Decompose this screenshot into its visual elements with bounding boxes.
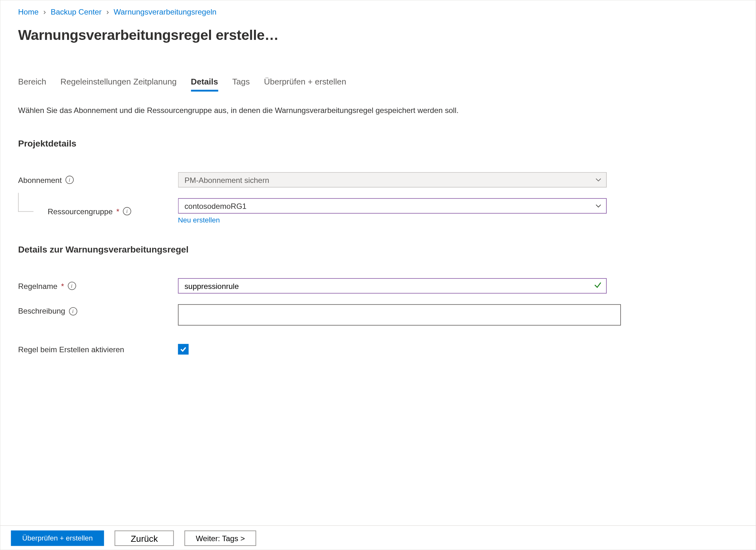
subscription-dropdown[interactable]: PM-Abonnement sichern xyxy=(178,172,607,188)
review-create-button[interactable]: Überprüfen + erstellen xyxy=(11,530,104,546)
rule-name-label: Regelname * i xyxy=(18,281,178,290)
rule-name-input[interactable] xyxy=(178,278,607,294)
resource-group-dropdown[interactable]: contosodemoRG1 xyxy=(178,198,607,213)
footer: Überprüfen + erstellen Zurück Weiter: Ta… xyxy=(0,525,756,550)
breadcrumb-backup-center[interactable]: Backup Center xyxy=(51,7,102,16)
description-input[interactable] xyxy=(178,304,621,325)
chevron-down-icon xyxy=(595,178,601,182)
breadcrumb-home[interactable]: Home xyxy=(18,7,39,16)
resource-group-label: Ressourcengruppe * i xyxy=(18,207,178,215)
enable-on-create-label: Regel beim Erstellen aktivieren xyxy=(18,345,178,354)
intro-text: Wählen Sie das Abonnement und die Ressou… xyxy=(18,106,739,114)
info-icon[interactable]: i xyxy=(69,307,77,315)
check-icon xyxy=(594,281,602,291)
chevron-right-icon: › xyxy=(43,7,46,16)
info-icon[interactable]: i xyxy=(65,176,73,184)
section-project-details: Projektdetails xyxy=(18,138,739,148)
tab-zeitplanung[interactable]: Zeitplanung xyxy=(133,77,177,91)
tab-regeleinstellungen[interactable]: Regeleinstellungen xyxy=(60,77,131,91)
enable-on-create-checkbox[interactable] xyxy=(178,344,189,355)
description-label: Beschreibung i xyxy=(18,304,178,316)
back-button[interactable]: Zurück xyxy=(115,530,174,546)
required-indicator: * xyxy=(61,281,64,290)
subscription-label: Abonnement i xyxy=(18,175,178,184)
breadcrumb-rules[interactable]: Warnungsverarbeitungsregeln xyxy=(114,7,216,16)
tree-connector-icon xyxy=(18,192,34,211)
info-icon[interactable]: i xyxy=(68,282,76,290)
required-indicator: * xyxy=(116,207,119,215)
info-icon[interactable]: i xyxy=(123,207,131,215)
next-button[interactable]: Weiter: Tags > xyxy=(184,530,256,546)
page-title: Warnungsverarbeitungsregel erstelle… xyxy=(18,27,739,43)
chevron-right-icon: › xyxy=(106,7,109,16)
tab-tags[interactable]: Tags xyxy=(232,77,250,91)
breadcrumb: Home › Backup Center › Warnungsverarbeit… xyxy=(18,0,739,16)
create-new-link[interactable]: Neu erstellen xyxy=(178,216,220,224)
tab-review[interactable]: Überprüfen + erstellen xyxy=(264,77,346,91)
tab-bereich[interactable]: Bereich xyxy=(18,77,46,91)
section-rule-details: Details zur Warnungsverarbeitungsregel xyxy=(18,244,739,254)
tab-details[interactable]: Details xyxy=(191,77,218,91)
chevron-down-icon xyxy=(595,204,601,207)
tabs: Bereich Regeleinstellungen Zeitplanung D… xyxy=(18,77,739,91)
